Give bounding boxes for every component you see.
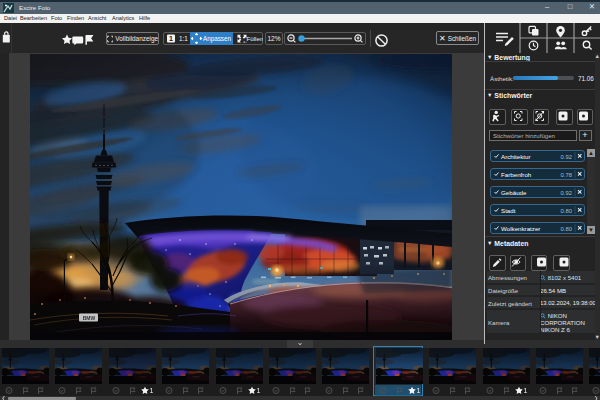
svg-text:Wolkenkratzer: Wolkenkratzer <box>501 224 540 231</box>
svg-text:0.92: 0.92 <box>560 189 571 195</box>
svg-text:Gebäude: Gebäude <box>501 188 527 195</box>
svg-text:Anpassen: Anpassen <box>203 35 232 43</box>
svg-text:Füllen: Füllen <box>247 35 264 42</box>
svg-text:0.92: 0.92 <box>560 153 571 159</box>
svg-text:Stadt: Stadt <box>501 206 516 213</box>
svg-text:Architektur: Architektur <box>501 152 531 159</box>
svg-text:Farbenfroh: Farbenfroh <box>501 170 532 177</box>
svg-text:0.80: 0.80 <box>560 225 572 231</box>
svg-text:0.80: 0.80 <box>560 207 572 213</box>
svg-text:1:1: 1:1 <box>179 35 188 42</box>
svg-text:0.78: 0.78 <box>560 171 572 177</box>
svg-text:1: 1 <box>169 35 173 42</box>
